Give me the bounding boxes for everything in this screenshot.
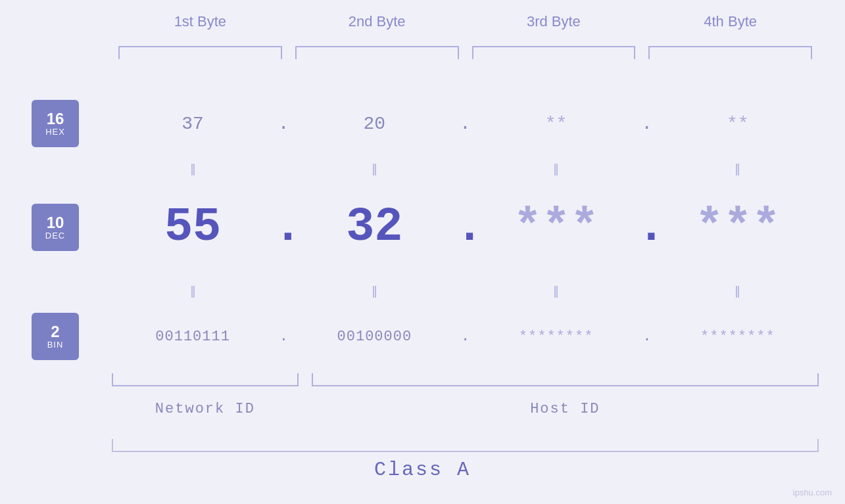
top-brackets [112, 46, 819, 59]
eq5: ‖ [112, 284, 274, 298]
eq7: ‖ [475, 284, 637, 298]
outer-bracket [112, 439, 819, 452]
dec-byte4: *** [657, 200, 819, 254]
bin-badge-label: BIN [47, 340, 64, 350]
equals-dec-bin: ‖ ‖ ‖ ‖ [112, 284, 819, 298]
hex-badge-num: 16 [47, 111, 64, 127]
dec-row: 55 . 32 . *** . *** [112, 195, 819, 260]
bin-row: 00110111 . 00100000 . ******** . *******… [112, 313, 819, 360]
bin-dot2: . [456, 329, 475, 345]
eq-spacer4 [274, 284, 293, 298]
eq-spacer1 [274, 162, 293, 176]
watermark: ipshu.com [793, 488, 832, 497]
column-headers: 1st Byte 2nd Byte 3rd Byte 4th Byte [112, 13, 819, 30]
dec-dot1: . [274, 200, 293, 254]
hex-byte2: 20 [293, 114, 455, 134]
eq2: ‖ [293, 162, 455, 176]
col-header-4: 4th Byte [642, 13, 819, 30]
eq-spacer5 [456, 284, 475, 298]
hex-row: 37 . 20 . ** . ** [112, 100, 819, 147]
id-labels: Network ID Host ID [112, 401, 819, 417]
hex-badge-label: HEX [45, 127, 65, 137]
main-container: 16 HEX 10 DEC 2 BIN 1st Byte 2nd Byte 3r… [0, 0, 845, 504]
eq4: ‖ [657, 162, 819, 176]
dec-dot2: . [456, 200, 475, 254]
bracket-1 [118, 46, 282, 59]
badge-hex: 16 HEX [32, 100, 79, 147]
equals-hex-dec: ‖ ‖ ‖ ‖ [112, 162, 819, 176]
dec-dot3: . [637, 200, 657, 254]
class-label: Class A [0, 459, 845, 481]
hex-byte3: ** [475, 114, 637, 134]
bracket-3 [472, 46, 636, 59]
eq3: ‖ [475, 162, 637, 176]
host-id-label: Host ID [312, 401, 819, 417]
dec-byte3: *** [475, 200, 637, 254]
hex-dot2: . [456, 114, 475, 134]
bottom-brackets [112, 373, 819, 386]
dec-byte1: 55 [112, 200, 274, 254]
col-header-3: 3rd Byte [466, 13, 642, 30]
eq-spacer6 [637, 284, 657, 298]
bin-byte3: ******** [475, 329, 637, 345]
eq-spacer2 [456, 162, 475, 176]
bin-dot3: . [637, 329, 657, 345]
bin-dot1: . [274, 329, 293, 345]
network-id-label: Network ID [112, 401, 299, 417]
dec-badge-num: 10 [47, 215, 64, 231]
dec-byte2: 32 [293, 200, 455, 254]
hex-byte1: 37 [112, 114, 274, 134]
dec-badge-label: DEC [45, 231, 65, 241]
bin-byte2: 00100000 [293, 329, 455, 345]
bin-badge-num: 2 [51, 324, 59, 340]
bracket-host [312, 373, 819, 386]
eq6: ‖ [293, 284, 455, 298]
bracket-network [112, 373, 299, 386]
eq-spacer3 [637, 162, 657, 176]
eq1: ‖ [112, 162, 274, 176]
bracket-2 [295, 46, 459, 59]
bin-byte1: 00110111 [112, 329, 274, 345]
hex-dot1: . [274, 114, 293, 134]
hex-byte4: ** [657, 114, 819, 134]
col-header-1: 1st Byte [112, 13, 289, 30]
col-header-2: 2nd Byte [289, 13, 466, 30]
bracket-4 [648, 46, 812, 59]
badge-dec: 10 DEC [32, 204, 79, 251]
badge-bin: 2 BIN [32, 313, 79, 360]
eq8: ‖ [657, 284, 819, 298]
hex-dot3: . [637, 114, 657, 134]
bin-byte4: ******** [657, 329, 819, 345]
